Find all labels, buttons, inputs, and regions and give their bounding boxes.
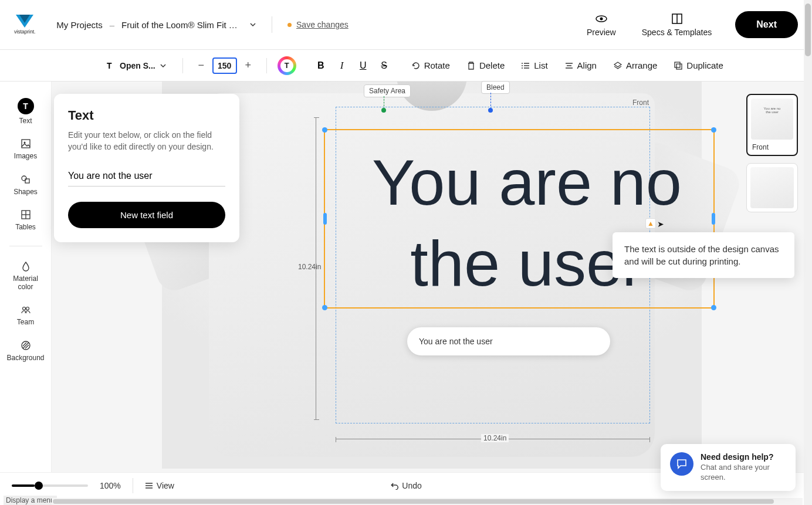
sidebar-item-background[interactable]: Background — [5, 335, 47, 367]
templates-icon — [671, 12, 684, 25]
strikethrough-button[interactable]: S — [376, 57, 393, 74]
left-sidebar: T Text Images Shapes Tables Material col… — [0, 82, 52, 472]
font-size-control: − + — [194, 57, 256, 74]
arrange-button[interactable]: Arrange — [607, 57, 663, 74]
svg-point-9 — [522, 65, 523, 66]
text-panel-title: Text — [68, 108, 225, 123]
sidebar-item-images[interactable]: Images — [5, 133, 47, 165]
unsaved-dot-icon — [287, 23, 292, 27]
thumbnail-front-image — [751, 99, 793, 140]
trash-icon — [466, 61, 476, 70]
vertical-scrollbar[interactable] — [804, 0, 812, 505]
font-selector[interactable]: T Open S... — [100, 57, 172, 74]
thumbnail-front[interactable]: Front — [746, 94, 798, 156]
divider — [266, 58, 267, 73]
view-icon — [145, 482, 153, 490]
svg-rect-14 — [675, 62, 680, 67]
resize-handle-bl[interactable] — [322, 305, 327, 310]
text-icon: T — [18, 98, 34, 114]
sidebar-item-shapes[interactable]: Shapes — [5, 169, 47, 201]
resize-handle-tr[interactable] — [711, 127, 716, 133]
svg-point-18 — [22, 176, 26, 181]
view-button[interactable]: View — [145, 481, 174, 490]
sidebar-item-text[interactable]: T Text — [5, 93, 47, 130]
italic-button[interactable]: I — [334, 57, 350, 74]
breadcrumb: My Projects – Fruit of the Loom® Slim Fi… — [56, 20, 256, 30]
resize-handle-tl[interactable] — [322, 127, 327, 133]
resize-handle-mr[interactable] — [712, 213, 715, 225]
align-icon — [564, 61, 574, 70]
help-text: Need design help? Chat and share your sc… — [701, 452, 786, 483]
zoom-slider[interactable] — [12, 484, 88, 487]
duplicate-button[interactable]: Duplicate — [668, 57, 729, 74]
warning-badge[interactable]: ▲ — [645, 218, 656, 229]
sidebar-item-tables[interactable]: Tables — [5, 204, 47, 236]
align-button[interactable]: Align — [559, 57, 603, 74]
table-icon — [20, 209, 32, 221]
preview-button[interactable]: Preview — [578, 12, 624, 37]
help-widget[interactable]: Need design help? Chat and share your sc… — [661, 444, 796, 491]
specs-templates-button[interactable]: Specs & Templates — [634, 12, 720, 37]
text-panel-description: Edit your text below, or click on the fi… — [68, 129, 225, 153]
scrollbar-thumb[interactable] — [53, 499, 774, 504]
header: vistaprint. My Projects – Fruit of the L… — [0, 0, 812, 50]
eye-icon — [595, 12, 608, 25]
rotate-button[interactable]: Rotate — [405, 57, 456, 74]
svg-rect-16 — [22, 140, 30, 148]
logo-text: vistaprint. — [14, 29, 35, 35]
duplicate-icon — [674, 61, 683, 70]
scrollbar-thumb[interactable] — [805, 4, 811, 56]
background-icon — [20, 340, 32, 351]
font-size-input[interactable] — [212, 57, 237, 74]
text-toolbar: T Open S... − + T B I U S Rotate Delete … — [0, 50, 812, 82]
text-field-input[interactable] — [68, 166, 225, 187]
new-text-field-button[interactable]: New text field — [68, 202, 225, 228]
breadcrumb-product[interactable]: Fruit of the Loom® Slim Fit Wo... — [121, 20, 239, 30]
text-icon: T — [106, 61, 115, 70]
safety-area-label: Safety Area — [364, 84, 411, 97]
view-thumbnails: Front — [746, 94, 798, 212]
svg-point-10 — [522, 67, 523, 69]
zoom-percent: 100% — [100, 481, 121, 490]
resize-handle-br[interactable] — [711, 305, 716, 310]
undo-button[interactable]: Undo — [390, 481, 421, 490]
text-color-icon: T — [280, 59, 293, 72]
increase-size-button[interactable]: + — [241, 58, 256, 73]
sidebar-item-team[interactable]: Team — [5, 299, 47, 331]
chevron-down-icon — [160, 63, 166, 69]
layers-icon — [613, 61, 622, 70]
save-changes[interactable]: Save changes — [287, 20, 349, 29]
undo-icon — [390, 482, 398, 490]
vistaprint-logo-icon — [16, 15, 33, 28]
chevron-down-icon[interactable] — [249, 20, 256, 30]
thumbnail-back[interactable] — [746, 163, 798, 212]
preview-label: Preview — [587, 28, 616, 37]
status-bar: Display a menu — [4, 496, 57, 505]
svg-point-17 — [23, 142, 25, 144]
svg-point-8 — [522, 63, 523, 64]
save-link[interactable]: Save changes — [296, 20, 349, 29]
horizontal-scrollbar[interactable] — [52, 498, 803, 505]
horizontal-dimension-label: 10.24in — [481, 434, 509, 442]
inline-text-input[interactable]: You are not the user — [407, 327, 610, 355]
underline-button[interactable]: U — [355, 57, 371, 74]
next-button[interactable]: Next — [735, 11, 798, 38]
text-color-button[interactable]: T — [278, 56, 296, 75]
svg-point-1 — [600, 18, 603, 21]
zoom-thumb[interactable] — [35, 482, 43, 490]
bold-button[interactable]: B — [313, 57, 329, 74]
image-icon — [20, 138, 32, 150]
sidebar-item-material-color[interactable]: Material color — [5, 256, 47, 296]
list-button[interactable]: List — [515, 57, 553, 74]
logo[interactable]: vistaprint. — [14, 15, 35, 35]
delete-button[interactable]: Delete — [461, 57, 510, 74]
text-panel: Text Edit your text below, or click on t… — [54, 94, 239, 242]
breadcrumb-my-projects[interactable]: My Projects — [56, 20, 102, 30]
divider — [9, 246, 42, 246]
thumbnail-back-image — [750, 167, 794, 208]
shapes-icon — [20, 174, 32, 185]
decrease-size-button[interactable]: − — [194, 58, 209, 73]
resize-handle-ml[interactable] — [323, 213, 327, 225]
svg-text:T: T — [107, 61, 112, 70]
specs-label: Specs & Templates — [642, 28, 712, 37]
